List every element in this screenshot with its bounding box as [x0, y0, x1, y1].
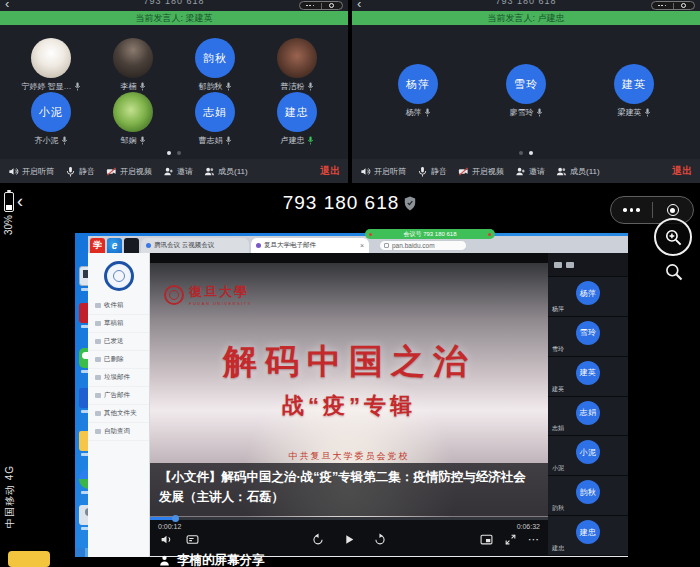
danmaku-icon[interactable] — [186, 533, 199, 546]
camera-icon — [554, 262, 562, 268]
participant-tile[interactable]: 杨萍 杨萍 — [381, 64, 455, 118]
pinned-tab-edge[interactable]: e — [107, 238, 122, 253]
invite-button[interactable]: 邀请 — [515, 166, 545, 177]
page-indicator — [519, 151, 533, 155]
speaker-toggle[interactable]: 开启听筒 — [8, 166, 54, 177]
play-icon[interactable] — [343, 533, 356, 546]
close-circle-icon[interactable] — [322, 3, 343, 8]
mail-menu-item[interactable]: 自助查询 — [88, 423, 149, 441]
magnifier-button[interactable] — [664, 262, 684, 286]
participant-tile[interactable]: 建英 梁建英 — [597, 64, 671, 118]
camera-off-icon — [106, 166, 117, 177]
mic-status-icon — [536, 108, 543, 117]
yellow-badge[interactable] — [8, 551, 50, 567]
panel-status-row: ‹ 793 180 618 — [352, 0, 700, 11]
browser-tab-mail-active[interactable]: 复旦大学电子邮件× — [251, 238, 369, 253]
participant-name: 曹志娟 — [199, 135, 223, 146]
presenter-icon — [158, 554, 171, 567]
participant-name: 梁建英 — [618, 107, 642, 118]
strip-tile[interactable]: 建英建英 — [548, 357, 628, 397]
mail-menu-item[interactable]: 已发送 — [88, 333, 149, 351]
exit-button[interactable]: 退出 — [320, 164, 340, 178]
participant-tile[interactable]: 建忠 卢建忠 — [260, 92, 334, 146]
participant-name: 李楠 — [121, 81, 137, 92]
mute-toggle[interactable]: 静音 — [65, 166, 95, 177]
mail-sidebar: 收件箱 草稿箱 已发送 已删除 垃圾邮件 广告邮件 其他文件夹 自助查询 — [88, 253, 150, 557]
mail-menu-item[interactable]: 其他文件夹 — [88, 405, 149, 423]
members-button[interactable]: 成员(11) — [556, 166, 600, 177]
fullscreen-icon[interactable] — [504, 533, 517, 546]
rewind-icon[interactable] — [312, 533, 325, 546]
pinned-tab-app[interactable] — [124, 238, 139, 253]
strip-tile[interactable]: 小泥小泥 — [548, 436, 628, 476]
mail-menu-item[interactable]: 已删除 — [88, 351, 149, 369]
participant-name: 普洁粉 — [281, 81, 305, 92]
strip-tile[interactable]: 志娟志娟 — [548, 397, 628, 437]
close-tab-icon[interactable]: × — [360, 242, 364, 249]
mail-menu-item[interactable]: 广告邮件 — [88, 387, 149, 405]
participant-name: 志娟 — [552, 424, 564, 433]
brand-name: 復旦大學 — [189, 283, 252, 301]
fudan-brand: 復旦大學FUDAN UNIVERSITY — [164, 283, 252, 306]
participant-tile[interactable]: 李楠 — [96, 38, 170, 92]
avatar: 杨萍 — [398, 64, 438, 104]
meeting-toolbar: 开启听筒 静音 开启视频 邀请 成员(11) 退出 — [0, 159, 348, 183]
more-icon[interactable] — [652, 5, 673, 7]
mic-status-icon — [139, 82, 146, 91]
video-toggle[interactable]: 开启视频 — [458, 166, 504, 177]
participant-name: 齐小泥 — [35, 135, 59, 146]
video-toggle[interactable]: 开启视频 — [106, 166, 152, 177]
zoom-in-button[interactable] — [654, 218, 692, 256]
participant-name: 建英 — [552, 385, 564, 394]
participant-tile[interactable]: 韵秋 郁韵秋 — [178, 38, 252, 92]
miniprogram-capsule[interactable] — [651, 1, 695, 10]
mail-menu-item[interactable]: 草稿箱 — [88, 315, 149, 333]
members-button[interactable]: 成员(11) — [204, 166, 248, 177]
participant-tile[interactable]: 邹娴 — [96, 92, 170, 146]
participant-name: 雪玲 — [552, 345, 564, 354]
progress-knob[interactable] — [172, 515, 179, 522]
mail-menu-item[interactable]: 收件箱 — [88, 297, 149, 315]
favicon — [256, 243, 261, 248]
close-circle-icon[interactable] — [674, 3, 695, 8]
avatar: 建英 — [576, 361, 600, 385]
forward-icon[interactable] — [374, 533, 387, 546]
avatar: 雪玲 — [576, 321, 600, 345]
progress-bar[interactable] — [150, 517, 548, 520]
strip-tile[interactable]: 韵秋韵秋 — [548, 476, 628, 516]
avatar: 雪玲 — [506, 64, 546, 104]
invite-button[interactable]: 邀请 — [163, 166, 193, 177]
address-bar[interactable]: pan.baidu.com — [379, 240, 467, 251]
mail-menu-item[interactable]: 垃圾邮件 — [88, 369, 149, 387]
participant-tile[interactable]: 雪玲 廖雪玲 — [489, 64, 563, 118]
participant-tile[interactable]: 普洁粉 — [260, 38, 334, 92]
zoom-in-icon — [664, 228, 683, 247]
pinned-tab-xuexi[interactable]: 学 — [90, 238, 105, 253]
more-icon[interactable] — [611, 208, 652, 212]
strip-header — [548, 253, 628, 277]
exit-button[interactable]: 退出 — [672, 164, 692, 178]
strip-tile[interactable]: 雪玲雪玲 — [548, 317, 628, 357]
speaker-toggle[interactable]: 开启听筒 — [360, 166, 406, 177]
volume-icon[interactable] — [160, 533, 173, 546]
participant-row: 宁婷婷 智显… 李楠 韵秋 郁韵秋 普洁粉 — [14, 38, 334, 92]
more-icon[interactable] — [300, 5, 321, 7]
avatar: 杨萍 — [576, 281, 600, 305]
magnifier-icon — [664, 262, 684, 282]
battery-percent: 30% — [3, 215, 14, 235]
mic-active-icon — [307, 136, 314, 145]
pip-icon[interactable] — [480, 533, 493, 546]
browser-tab-meeting[interactable]: 腾讯会议 云视频会议 — [141, 238, 249, 253]
close-circle-icon[interactable] — [653, 204, 694, 216]
more-options-icon[interactable]: ⋯ — [528, 533, 540, 546]
video-title: 解码中国之治 — [150, 339, 548, 385]
mute-toggle[interactable]: 静音 — [417, 166, 447, 177]
participant-tile[interactable]: 宁婷婷 智显… — [14, 38, 88, 92]
screen: ‹ 793 180 618 当前发言人: 梁建英 宁婷婷 智显… 李楠 韵秋 郁… — [0, 0, 700, 567]
carrier-label: 中国移动 4G — [3, 465, 17, 528]
participant-tile[interactable]: 小泥 齐小泥 — [14, 92, 88, 146]
strip-tile[interactable]: 杨萍杨萍 — [548, 277, 628, 317]
participant-tile[interactable]: 志娟 曹志娟 — [178, 92, 252, 146]
strip-tile[interactable]: 建忠建忠 — [548, 516, 628, 556]
miniprogram-capsule[interactable] — [299, 1, 343, 10]
